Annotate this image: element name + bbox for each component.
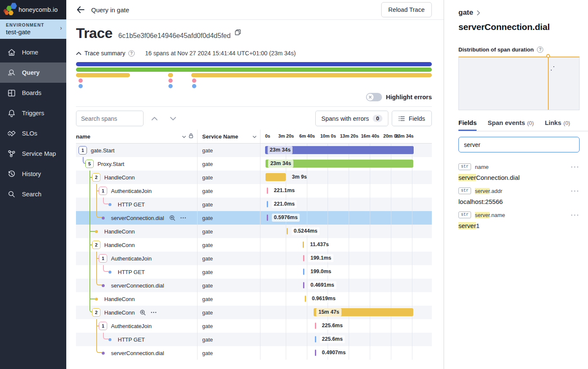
- child-count-badge[interactable]: 2: [92, 241, 100, 249]
- lock-icon[interactable]: [189, 133, 193, 140]
- span-duration-tick[interactable]: [303, 269, 304, 275]
- search-spans-input[interactable]: [76, 111, 144, 126]
- child-count-badge[interactable]: 2: [92, 173, 100, 182]
- child-count-badge[interactable]: 1: [99, 187, 107, 195]
- span-duration-tick[interactable]: [315, 336, 316, 342]
- span-duration-tick[interactable]: [303, 282, 304, 288]
- reload-trace-button[interactable]: Reload Trace: [381, 2, 432, 17]
- name-column-header[interactable]: name: [76, 133, 90, 140]
- span-row[interactable]: HTTP GETgate221.0ms: [76, 198, 432, 211]
- more-options-icon[interactable]: [180, 217, 186, 219]
- span-duration-tick[interactable]: [315, 350, 316, 356]
- span-row[interactable]: HTTP GETgate199.0ms: [76, 265, 432, 279]
- field-search-input[interactable]: [458, 137, 580, 152]
- chevron-down-icon[interactable]: [252, 133, 257, 140]
- honeycomb-logo[interactable]: honeycomb.io: [0, 0, 66, 19]
- duration-distribution-chart[interactable]: [458, 57, 580, 110]
- span-row[interactable]: serverConnection.dialgate0.4691ms: [76, 279, 432, 292]
- fields-button[interactable]: Fields: [392, 111, 432, 126]
- service-name-column-header[interactable]: Service Name: [202, 133, 238, 140]
- span-name-cell: HTTP GET: [76, 333, 197, 346]
- span-duration-tick[interactable]: [305, 296, 306, 302]
- back-arrow-icon[interactable]: [76, 5, 85, 14]
- tab-span-events[interactable]: Span events(0): [488, 119, 534, 131]
- span-name-label[interactable]: serverConnection.dial: [111, 215, 164, 221]
- sidebar-item-triggers[interactable]: Triggers: [0, 103, 66, 123]
- span-duration-tick[interactable]: [303, 255, 304, 261]
- environment-switcher[interactable]: ENVIRONMENT test-gate ›: [0, 19, 66, 39]
- span-duration-tick[interactable]: [267, 201, 268, 207]
- span-bullet-icon: [108, 203, 111, 206]
- span-duration-tick[interactable]: [315, 323, 316, 329]
- span-name-label[interactable]: HTTP GET: [118, 336, 145, 343]
- child-count-badge[interactable]: 5: [85, 160, 94, 168]
- child-count-badge[interactable]: 1: [99, 322, 107, 330]
- span-row[interactable]: 2HandleConngate3m 9s: [76, 171, 432, 184]
- span-row[interactable]: 2HandleConngate15m 47s: [76, 306, 432, 319]
- more-options-icon[interactable]: [151, 312, 157, 313]
- zoom-in-icon[interactable]: [140, 309, 146, 316]
- span-duration-tick[interactable]: [303, 241, 304, 248]
- span-duration-tick[interactable]: [267, 187, 268, 194]
- service-name-cell: gate: [197, 346, 260, 360]
- field-menu-button[interactable]: [571, 165, 580, 169]
- span-row[interactable]: 1gate.Startgate23m 34s: [76, 144, 432, 157]
- sidebar-item-query[interactable]: Query: [0, 62, 66, 83]
- tab-links[interactable]: Links(0): [545, 119, 570, 131]
- span-name-label[interactable]: HandleConn: [104, 296, 135, 302]
- zoom-in-icon[interactable]: [169, 215, 176, 221]
- span-row[interactable]: HandleConngate0.5244ms: [76, 225, 432, 238]
- span-name-label[interactable]: HandleConn: [104, 242, 135, 248]
- sidebar-item-slos[interactable]: SLOs: [0, 123, 66, 144]
- chevron-down-icon[interactable]: [182, 133, 186, 140]
- span-row[interactable]: serverConnection.dialgate0.5976ms: [76, 211, 432, 225]
- help-icon[interactable]: ?: [128, 50, 135, 57]
- span-duration-tick[interactable]: [287, 228, 288, 234]
- highlight-errors-toggle[interactable]: [366, 93, 382, 101]
- span-name-label[interactable]: serverConnection.dial: [111, 350, 164, 356]
- field-menu-button[interactable]: [571, 213, 580, 217]
- span-name-label[interactable]: gate.Start: [91, 147, 114, 154]
- span-name-label[interactable]: AuthenticateJoin: [111, 255, 152, 262]
- span-row[interactable]: HandleConngate0.9619ms: [76, 292, 432, 306]
- span-name-label[interactable]: AuthenticateJoin: [111, 188, 152, 194]
- sidebar-item-history[interactable]: History: [0, 164, 66, 184]
- span-name-label[interactable]: HandleConn: [104, 174, 135, 181]
- chevron-up-icon[interactable]: [76, 50, 81, 57]
- sidebar-item-search[interactable]: Search: [0, 184, 66, 204]
- span-duration-bar[interactable]: [266, 173, 285, 181]
- next-match-button[interactable]: [165, 111, 181, 126]
- service-name-value: gate: [202, 296, 213, 302]
- previous-match-button[interactable]: [147, 111, 162, 126]
- sidebar-item-service-map[interactable]: Service Map: [0, 144, 66, 164]
- span-name-label[interactable]: serverConnection.dial: [111, 282, 164, 289]
- field-menu-button[interactable]: [571, 189, 580, 193]
- sidebar-item-boards[interactable]: Boards: [0, 83, 66, 103]
- logo-text: honeycomb.io: [19, 6, 58, 13]
- trace-summary-label[interactable]: Trace summary: [84, 50, 125, 57]
- span-name-label[interactable]: AuthenticateJoin: [111, 323, 152, 329]
- child-count-badge[interactable]: 2: [92, 308, 100, 317]
- trace-minimap[interactable]: [76, 62, 432, 88]
- span-row[interactable]: 5Proxy.Startgate23m 34s: [76, 157, 432, 171]
- child-count-badge[interactable]: 1: [99, 254, 107, 263]
- span-name-label[interactable]: HandleConn: [104, 309, 135, 316]
- span-row[interactable]: serverConnection.dialgate0.4907ms: [76, 346, 432, 360]
- spans-with-errors-button[interactable]: Spans with errors 0: [315, 111, 388, 126]
- help-icon[interactable]: ?: [537, 46, 543, 53]
- span-row[interactable]: 1AuthenticateJoingate199.1ms: [76, 252, 432, 265]
- tab-fields[interactable]: Fields: [458, 119, 477, 131]
- span-name-label[interactable]: HTTP GET: [118, 269, 145, 275]
- breadcrumb-service[interactable]: gate: [458, 8, 473, 17]
- span-row[interactable]: HTTP GETgate225.6ms: [76, 333, 432, 346]
- span-row[interactable]: 1AuthenticateJoingate221.1ms: [76, 184, 432, 198]
- span-name-label[interactable]: Proxy.Start: [98, 161, 124, 167]
- span-name-label[interactable]: HTTP GET: [118, 201, 145, 208]
- span-row[interactable]: 2HandleConngate11.437s: [76, 238, 432, 252]
- sidebar-item-home[interactable]: Home: [0, 42, 66, 62]
- span-row[interactable]: 1AuthenticateJoingate225.6ms: [76, 319, 432, 333]
- span-name-label[interactable]: HandleConn: [104, 228, 135, 235]
- copy-icon[interactable]: [235, 29, 241, 37]
- child-count-badge[interactable]: 1: [79, 146, 87, 155]
- span-duration-tick[interactable]: [267, 214, 268, 221]
